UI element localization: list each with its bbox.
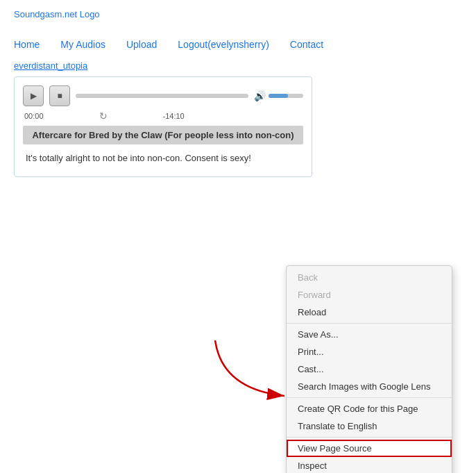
username-link[interactable]: everdistant_utopia <box>14 60 87 71</box>
player-controls: ▶ ■ 🔊 <box>23 85 303 106</box>
repeat-icon[interactable]: ↻ <box>99 110 108 122</box>
track-description: It's totally alright to not be into non-… <box>23 144 303 168</box>
context-menu-inspect[interactable]: Inspect <box>287 457 452 473</box>
context-menu: Back Forward Reload Save As... Print... … <box>286 265 452 473</box>
nav-contact[interactable]: Contact <box>290 39 323 50</box>
context-menu-search-images[interactable]: Search Images with Google Lens <box>287 378 452 395</box>
context-menu-divider-3 <box>287 437 452 438</box>
stop-button[interactable]: ■ <box>49 85 70 106</box>
context-menu-divider-1 <box>287 323 452 324</box>
play-icon: ▶ <box>31 91 37 101</box>
volume-control: 🔊 <box>254 90 303 101</box>
context-menu-reload[interactable]: Reload <box>287 304 452 321</box>
context-menu-forward: Forward <box>287 286 452 304</box>
time-row: 00:00 ↻ -14:10 <box>23 110 303 122</box>
context-menu-cast[interactable]: Cast... <box>287 360 452 378</box>
volume-fill <box>269 94 288 98</box>
header: Soundgasm.net Logo <box>0 0 476 33</box>
audio-player: ▶ ■ 🔊 00:00 ↻ -14:10 Aftercare for Bred … <box>14 76 312 177</box>
play-button[interactable]: ▶ <box>23 85 44 106</box>
main-nav: Home My Audios Upload Logout(evelynsherr… <box>0 33 476 56</box>
nav-upload[interactable]: Upload <box>126 39 157 50</box>
time-current: 00:00 <box>24 112 44 120</box>
context-menu-print[interactable]: Print... <box>287 343 452 360</box>
context-menu-qr-code[interactable]: Create QR Code for this Page <box>287 400 452 417</box>
time-remaining: -14:10 <box>163 112 185 120</box>
nav-logout[interactable]: Logout(evelynsherry) <box>178 39 269 50</box>
volume-icon: 🔊 <box>254 90 266 101</box>
page-wrapper: Soundgasm.net Logo Home My Audios Upload… <box>0 0 476 473</box>
volume-bar[interactable] <box>269 94 303 98</box>
site-logo[interactable]: Soundgasm.net Logo <box>14 9 100 19</box>
context-menu-save-as[interactable]: Save As... <box>287 326 452 343</box>
stop-icon: ■ <box>57 91 62 101</box>
nav-home[interactable]: Home <box>14 39 40 50</box>
progress-bar[interactable] <box>76 94 248 98</box>
context-menu-translate[interactable]: Translate to English <box>287 417 452 435</box>
context-menu-back: Back <box>287 269 452 286</box>
context-menu-view-source[interactable]: View Page Source <box>287 440 452 457</box>
nav-my-audios[interactable]: My Audios <box>60 39 105 50</box>
context-menu-divider-2 <box>287 397 452 398</box>
username-link-wrapper: everdistant_utopia <box>0 60 476 71</box>
track-title: Aftercare for Bred by the Claw (For peop… <box>23 126 303 144</box>
